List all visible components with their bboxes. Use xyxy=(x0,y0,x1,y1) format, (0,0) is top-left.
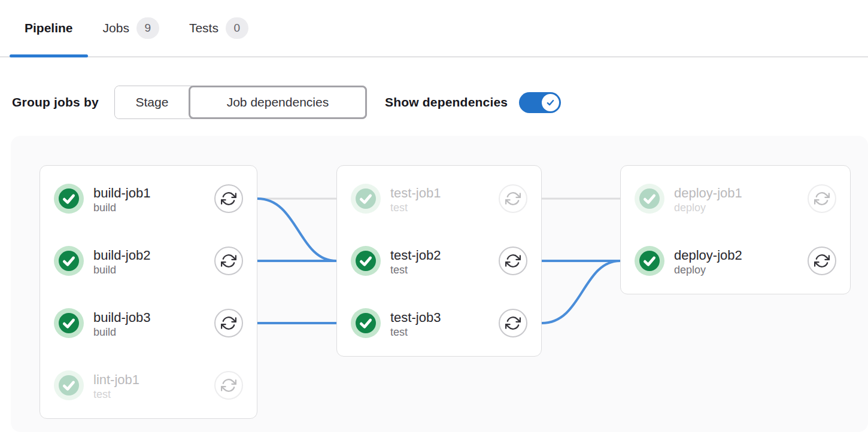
job-build-job1: build-job1 build xyxy=(54,182,243,215)
retry-icon xyxy=(221,378,236,393)
retry-icon xyxy=(221,315,236,331)
status-success-icon xyxy=(351,184,381,214)
job-stage-label: test xyxy=(390,325,489,339)
link-test-job3-deploy-job2 xyxy=(542,261,620,323)
status-success-icon xyxy=(635,246,664,276)
graph-toolbar: Group jobs by Stage Job dependencies Sho… xyxy=(12,85,868,120)
retry-button[interactable] xyxy=(499,184,527,213)
job-stage-label: test xyxy=(390,201,489,214)
tab-tests-label: Tests xyxy=(189,21,218,35)
job-name-link[interactable]: test-job2 xyxy=(390,248,441,263)
job-group-build: build-job1 build build-job2 build xyxy=(40,165,257,419)
job-stage-label: build xyxy=(93,201,205,214)
retry-icon xyxy=(814,253,830,269)
jobs-count-badge: 9 xyxy=(136,17,159,39)
job-group-test: test-job1 test test-job2 test xyxy=(336,165,542,357)
retry-icon xyxy=(221,191,236,206)
job-stage-label: deploy xyxy=(674,201,798,214)
retry-button[interactable] xyxy=(808,247,836,275)
tab-pipeline[interactable]: Pipeline xyxy=(10,0,88,56)
retry-icon xyxy=(221,253,236,269)
status-success-icon xyxy=(351,246,381,276)
job-build-job3: build-job3 build xyxy=(54,306,243,340)
job-stage-label: test xyxy=(390,263,489,276)
group-jobs-by-label: Group jobs by xyxy=(12,95,99,109)
retry-button[interactable] xyxy=(808,184,836,213)
job-build-job2: build-job2 build xyxy=(54,244,243,278)
job-test-job3: test-job3 test xyxy=(351,306,527,340)
job-stage-label: build xyxy=(93,263,205,276)
tab-tests[interactable]: Tests 0 xyxy=(174,0,263,56)
job-name-link[interactable]: test-job3 xyxy=(390,310,441,325)
retry-button[interactable] xyxy=(214,371,243,400)
check-icon xyxy=(545,98,556,108)
show-dependencies-toggle[interactable] xyxy=(519,92,561,113)
job-lint-job1: lint-job1 test xyxy=(54,369,243,402)
job-name-link[interactable]: test-job1 xyxy=(390,185,441,200)
retry-icon xyxy=(505,191,521,206)
link-build-job1-test-job2 xyxy=(257,199,336,261)
job-name-link[interactable]: lint-job1 xyxy=(93,372,139,387)
segment-job-dependencies[interactable]: Job dependencies xyxy=(189,86,367,119)
status-success-icon xyxy=(635,184,664,214)
job-deploy-job2: deploy-job2 deploy xyxy=(635,244,836,278)
status-success-icon xyxy=(54,370,84,400)
tests-count-badge: 0 xyxy=(226,17,248,39)
retry-button[interactable] xyxy=(214,247,243,275)
retry-button[interactable] xyxy=(214,184,243,213)
status-success-icon xyxy=(351,308,381,338)
job-group-deploy: deploy-job1 deploy deploy-job2 deploy xyxy=(620,165,851,294)
job-stage-label: deploy xyxy=(674,263,798,276)
status-success-icon xyxy=(54,308,84,338)
tab-jobs[interactable]: Jobs 9 xyxy=(88,0,174,56)
segment-stage[interactable]: Stage xyxy=(115,86,189,118)
tab-pipeline-label: Pipeline xyxy=(25,21,73,35)
job-name-link[interactable]: deploy-job2 xyxy=(674,248,742,263)
job-name-link[interactable]: deploy-job1 xyxy=(674,185,742,200)
retry-icon xyxy=(814,191,830,206)
retry-button[interactable] xyxy=(499,309,527,337)
job-name-link[interactable]: build-job1 xyxy=(93,185,150,200)
job-stage-label: test xyxy=(93,388,205,401)
status-success-icon xyxy=(54,184,84,214)
status-success-icon xyxy=(54,246,84,276)
tab-jobs-label: Jobs xyxy=(103,21,129,35)
toggle-knob xyxy=(542,94,559,111)
job-name-link[interactable]: build-job2 xyxy=(93,248,150,263)
retry-button[interactable] xyxy=(214,309,243,337)
pipeline-graph: build-job1 build build-job2 build xyxy=(11,136,868,432)
job-test-job1: test-job1 test xyxy=(351,182,527,215)
retry-icon xyxy=(505,253,521,269)
job-name-link[interactable]: build-job3 xyxy=(93,310,150,325)
job-stage-label: build xyxy=(93,325,205,339)
job-test-job2: test-job2 test xyxy=(351,244,527,278)
group-jobs-by-segmented-control: Stage Job dependencies xyxy=(114,86,367,119)
retry-icon xyxy=(505,315,521,331)
job-deploy-job1: deploy-job1 deploy xyxy=(635,182,836,215)
pipeline-tab-bar: Pipeline Jobs 9 Tests 0 xyxy=(0,0,868,57)
retry-button[interactable] xyxy=(499,247,527,275)
show-dependencies-label: Show dependencies xyxy=(385,95,508,109)
